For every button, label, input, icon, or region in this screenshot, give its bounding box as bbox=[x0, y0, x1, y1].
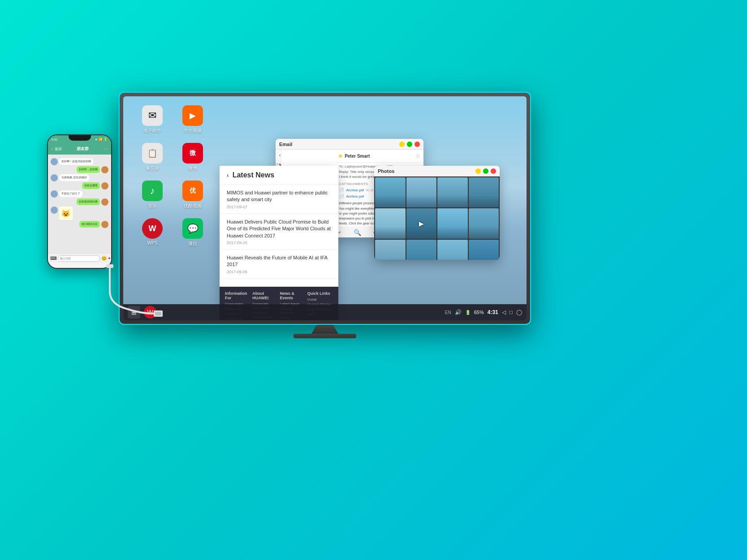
gallery-cell-6[interactable] bbox=[406, 208, 437, 238]
gallery-title: Photos bbox=[378, 168, 394, 174]
footer-col-2-title: About HUAWEI bbox=[252, 291, 278, 300]
gallery-cell-4[interactable] bbox=[469, 177, 499, 207]
window-controls: − □ × bbox=[399, 142, 420, 147]
chat-row-6: 好的啦觉得好棒 bbox=[51, 198, 108, 206]
chat-row-2: 好的呀，好的哦 bbox=[51, 166, 108, 173]
phone-attach-icon[interactable]: + bbox=[108, 256, 111, 261]
gallery-controls: − □ × bbox=[475, 168, 496, 174]
monitor-screen: ✉ 电子邮件 ▶ 华为视频 📋 备忘录 微 微博 bbox=[123, 96, 527, 320]
phone-keyboard-icon[interactable]: ⌨ bbox=[50, 256, 56, 261]
footer-col-4-title: Quick Links bbox=[307, 291, 333, 296]
phone-status-icons: ▲ 📶 🔋 bbox=[95, 138, 108, 141]
avatar-2 bbox=[101, 166, 108, 173]
avatar-1 bbox=[51, 158, 58, 165]
gallery-cell-8[interactable] bbox=[469, 208, 499, 238]
taskbar-recent-button[interactable]: ◯ bbox=[516, 309, 522, 315]
email-time-1: 09:00 bbox=[276, 163, 279, 166]
bubble-3: 马苗电视 总结 的很好 bbox=[59, 174, 89, 181]
taskbar-volume-icon[interactable]: 🔊 bbox=[455, 309, 462, 315]
gallery-cell-10[interactable] bbox=[406, 240, 437, 260]
star-icon[interactable]: ☆ bbox=[415, 152, 421, 159]
search-icon[interactable]: 🔍 bbox=[354, 229, 361, 236]
phone-container: 9:41 ▲ 📶 🔋 ‹ 返回 朋友群 ⋯ 你好啊！这是消息好的哦 好的呀，好的… bbox=[47, 134, 112, 269]
phone-chat-input[interactable] bbox=[58, 255, 100, 262]
news-date-2: 2017-09-25 bbox=[227, 241, 331, 245]
gallery-close[interactable]: × bbox=[491, 168, 496, 174]
phone-input-bar: ⌨ 😊 + bbox=[48, 253, 111, 263]
gallery-cell-2[interactable] bbox=[406, 177, 437, 207]
maximize-button[interactable]: □ bbox=[407, 142, 412, 147]
taskbar-kb-icon: EN bbox=[445, 310, 451, 315]
close-button[interactable]: × bbox=[415, 142, 420, 147]
phone-emoji-icon[interactable]: 😊 bbox=[101, 256, 107, 261]
desktop-icon-youku[interactable]: 优 优酷视频 bbox=[177, 181, 208, 209]
bubble-1: 你好啊！这是消息好的哦 bbox=[59, 158, 93, 165]
gallery-minimize[interactable]: − bbox=[475, 168, 481, 174]
desktop-icon-wechat[interactable]: 💬 微信 bbox=[177, 218, 208, 247]
taskbar-right: EN 🔊 🔋 65% 4:31 ◁ □ ◯ bbox=[445, 309, 522, 315]
chat-row-8: 他们都没决定 bbox=[51, 221, 108, 228]
gallery-cell-9[interactable] bbox=[375, 240, 406, 260]
sender-name: ⭐ Peter Smart bbox=[338, 154, 370, 159]
footer-col-3-title: News & Events bbox=[280, 291, 306, 300]
gallery-maximize[interactable]: □ bbox=[483, 168, 488, 174]
taskbar-home-button[interactable]: □ bbox=[510, 309, 513, 315]
gallery-titlebar: Photos − □ × bbox=[374, 166, 500, 177]
desktop-icon-video[interactable]: ▶ 华为视频 bbox=[177, 105, 208, 134]
wps-icon-label: WPS bbox=[147, 241, 158, 246]
email-app-icon: ✉ bbox=[148, 110, 156, 121]
phone-chat-body: 你好啊！这是消息好的哦 好的呀，好的哦 马苗电视 总结 的很好 你想去哪里 不想… bbox=[48, 155, 111, 253]
attachment-name-2[interactable]: Archive.pdf bbox=[346, 194, 364, 198]
phone-menu-icon[interactable]: ⋯ bbox=[104, 147, 108, 151]
desktop-icon-email[interactable]: ✉ 电子邮件 bbox=[137, 105, 168, 134]
avatar-4 bbox=[101, 182, 108, 190]
back-arrow-icon[interactable]: ‹ bbox=[279, 153, 281, 158]
desktop-icon-wps[interactable]: W WPS bbox=[137, 218, 168, 247]
usb-port bbox=[155, 312, 161, 315]
minimize-button[interactable]: − bbox=[399, 142, 405, 147]
monitor-frame: ✉ 电子邮件 ▶ 华为视频 📋 备忘录 微 微博 bbox=[119, 92, 531, 325]
pdf-icon-2: 📄 bbox=[339, 194, 344, 199]
phone-back-icon[interactable]: ‹ bbox=[52, 147, 53, 151]
gallery-grid bbox=[374, 177, 500, 260]
bubble-4: 你想去哪里 bbox=[82, 182, 100, 189]
video-icon-label: 华为视频 bbox=[184, 128, 202, 134]
phone-notch bbox=[69, 135, 91, 141]
news-date-3: 2017-09-05 bbox=[227, 270, 331, 274]
phone-screen: 9:41 ▲ 📶 🔋 ‹ 返回 朋友群 ⋯ 你好啊！这是消息好的哦 好的呀，好的… bbox=[48, 135, 111, 268]
news-window: ‹ Latest News MIMOS and Huawei partner t… bbox=[220, 166, 338, 320]
desktop-icon-notes[interactable]: 📋 备忘录 bbox=[137, 143, 168, 172]
gallery-cell-11[interactable] bbox=[437, 240, 468, 260]
taskbar-time: 4:31 bbox=[488, 309, 498, 315]
wechat-icon-label: 微信 bbox=[188, 241, 197, 247]
gallery-cell-5[interactable] bbox=[375, 208, 406, 238]
desktop-icon-weibo[interactable]: 微 微博 bbox=[177, 143, 208, 172]
news-item-2[interactable]: Huawei Delivers Public Cloud Promise to … bbox=[220, 214, 338, 250]
email-titlebar: Email − □ × bbox=[276, 139, 423, 150]
attachment-name-1[interactable]: Archive.pdf bbox=[346, 188, 364, 192]
gallery-cell-12[interactable] bbox=[469, 240, 499, 260]
avatar-7 bbox=[51, 207, 58, 214]
news-item-3[interactable]: Huawei Reveals the Future of Mobile AI a… bbox=[220, 250, 338, 279]
bubble-5: 不想去了好久了 bbox=[59, 190, 82, 197]
phone: 9:41 ▲ 📶 🔋 ‹ 返回 朋友群 ⋯ 你好啊！这是消息好的哦 好的呀，好的… bbox=[47, 134, 112, 269]
chat-row-5: 不想去了好久了 bbox=[51, 190, 108, 198]
desktop-icon-music[interactable]: ♪ 音乐 bbox=[137, 181, 168, 209]
email-detail-header: ⭐ Peter Smart ☆ bbox=[335, 150, 423, 163]
avatar-6 bbox=[101, 198, 108, 206]
gallery-cell-1[interactable] bbox=[375, 177, 406, 207]
desktop-icons: ✉ 电子邮件 ▶ 华为视频 📋 备忘录 微 微博 bbox=[137, 105, 208, 247]
news-back-arrow[interactable]: ‹ bbox=[227, 172, 229, 179]
news-item-1[interactable]: MIMOS and Huawei partner to enhance publ… bbox=[220, 185, 338, 214]
phone-chat-title: 朋友群 bbox=[64, 146, 102, 152]
phone-chat-header: ‹ 返回 朋友群 ⋯ bbox=[48, 143, 111, 155]
footer-link-install[interactable]: Install bbox=[307, 297, 333, 302]
taskbar-back-button[interactable]: ◁ bbox=[502, 309, 506, 315]
monitor: ✉ 电子邮件 ▶ 华为视频 📋 备忘录 微 微博 bbox=[119, 92, 531, 338]
gallery-window: Photos − □ × bbox=[374, 166, 500, 260]
gallery-cell-7[interactable] bbox=[437, 208, 468, 238]
sender-name-text: Peter Smart bbox=[345, 154, 370, 159]
chat-row-7: 😺 bbox=[51, 207, 108, 220]
phone-status-time: 9:41 bbox=[52, 138, 58, 141]
gallery-cell-3[interactable] bbox=[437, 177, 468, 207]
